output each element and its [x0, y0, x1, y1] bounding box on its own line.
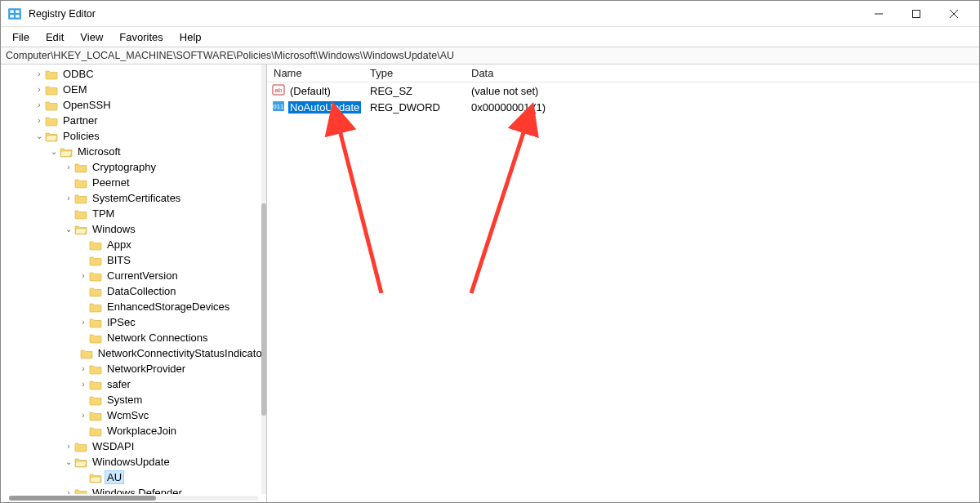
window-frame: Registry Editor File Edit View Favorites… — [0, 0, 980, 503]
tree-item[interactable]: ·DataCollection — [1, 283, 261, 299]
address-bar[interactable]: Computer\HKEY_LOCAL_MACHINE\SOFTWARE\Pol… — [1, 47, 979, 65]
tree-item[interactable]: ›ODBC — [1, 66, 261, 82]
value-row[interactable]: 011NoAutoUpdateREG_DWORD0x00000001 (1) — [267, 99, 979, 115]
twisty-placeholder: · — [63, 209, 74, 218]
tree-item[interactable]: ·AU — [1, 470, 261, 485]
column-header-type[interactable]: Type — [370, 67, 471, 79]
twisty-placeholder: · — [78, 256, 89, 265]
minimize-button[interactable] — [860, 2, 898, 26]
tree-item-label: OEM — [61, 83, 89, 96]
tree-item[interactable]: ›CurrentVersion — [1, 268, 261, 283]
chevron-down-icon[interactable]: ⌄ — [63, 457, 74, 466]
chevron-right-icon[interactable]: › — [33, 116, 45, 125]
tree-item[interactable]: ·System — [1, 392, 261, 407]
chevron-right-icon[interactable]: › — [78, 364, 89, 373]
tree-item[interactable]: ›Partner — [1, 113, 261, 128]
tree-item[interactable]: ›OpenSSH — [1, 97, 261, 113]
tree-item[interactable]: ⌄WindowsUpdate — [1, 454, 261, 470]
tree-item[interactable]: ⌄Policies — [1, 128, 261, 144]
column-header-data[interactable]: Data — [471, 67, 979, 79]
tree-item[interactable]: ›SystemCertificates — [1, 190, 261, 206]
tree-item[interactable]: ⌄Microsoft — [1, 144, 261, 159]
chevron-right-icon[interactable]: › — [63, 442, 74, 451]
value-data: (value not set) — [471, 85, 979, 97]
window-controls — [860, 2, 973, 26]
tree-item[interactable]: ·Appx — [1, 237, 261, 252]
tree-item[interactable]: ›WSDAPI — [1, 438, 261, 454]
menu-file[interactable]: File — [6, 29, 36, 45]
tree-item[interactable]: ·TPM — [1, 206, 261, 221]
tree-item[interactable]: ›Windows Defender — [1, 485, 261, 494]
regedit-app-icon — [7, 7, 22, 21]
chevron-down-icon[interactable]: ⌄ — [48, 147, 60, 156]
column-header-name[interactable]: Name — [267, 67, 370, 79]
tree-item[interactable]: ·Peernet — [1, 175, 261, 190]
chevron-right-icon[interactable]: › — [63, 162, 74, 171]
tree-item-label: TPM — [91, 207, 116, 220]
maximize-button[interactable] — [898, 2, 935, 26]
tree-item[interactable]: ·EnhancedStorageDevices — [1, 299, 261, 314]
tree-item[interactable]: ·Network Connections — [1, 330, 261, 345]
dword-value-icon: 011 — [272, 100, 285, 115]
tree-item[interactable]: ·BITS — [1, 252, 261, 268]
svg-rect-0 — [8, 8, 21, 20]
chevron-down-icon[interactable]: ⌄ — [33, 131, 45, 140]
tree-item-label: Network Connections — [105, 332, 210, 344]
chevron-right-icon[interactable]: › — [78, 411, 89, 420]
twisty-placeholder: · — [78, 395, 89, 404]
chevron-right-icon[interactable]: › — [63, 488, 74, 494]
menu-help[interactable]: Help — [173, 29, 208, 45]
tree-item-label: NetworkConnectivityStatusIndicator — [96, 347, 261, 359]
chevron-right-icon[interactable]: › — [78, 380, 89, 389]
svg-rect-1 — [10, 10, 14, 12]
close-button[interactable] — [935, 2, 973, 26]
tree-item-label: WindowsUpdate — [91, 456, 172, 468]
menu-favorites[interactable]: Favorites — [113, 29, 169, 45]
chevron-right-icon[interactable]: › — [63, 194, 74, 203]
scrollbar-thumb[interactable] — [9, 496, 156, 501]
values-header: Name Type Data — [267, 65, 979, 82]
menu-view[interactable]: View — [74, 29, 109, 45]
chevron-right-icon[interactable]: › — [78, 318, 89, 327]
tree-item-label: Windows Defender — [91, 487, 184, 494]
tree-item[interactable]: ›OEM — [1, 82, 261, 97]
chevron-right-icon[interactable]: › — [33, 85, 45, 94]
tree-item-label: System — [105, 394, 144, 406]
tree-item-label: Appx — [105, 238, 133, 251]
scrollbar-thumb[interactable] — [261, 203, 266, 416]
tree-item-label: Policies — [61, 130, 101, 142]
chevron-right-icon[interactable]: › — [33, 100, 45, 109]
menu-edit[interactable]: Edit — [39, 29, 70, 45]
tree-horizontal-scrollbar[interactable] — [9, 496, 258, 501]
twisty-placeholder: · — [78, 426, 89, 435]
tree-item[interactable]: ›WcmSvc — [1, 407, 261, 423]
value-row[interactable]: ab(Default)REG_SZ(value not set) — [267, 82, 979, 99]
tree-item-label: Peernet — [91, 176, 131, 189]
tree-item-label: WcmSvc — [105, 409, 150, 421]
chevron-right-icon[interactable]: › — [78, 271, 89, 280]
chevron-right-icon[interactable]: › — [33, 69, 45, 78]
tree-item[interactable]: ⌄Windows — [1, 221, 261, 237]
twisty-placeholder: · — [78, 240, 89, 249]
value-data: 0x00000001 (1) — [471, 101, 979, 114]
svg-rect-3 — [10, 15, 14, 17]
tree-item-label: SystemCertificates — [91, 192, 182, 204]
tree-item[interactable]: ›IPSec — [1, 314, 261, 330]
tree-item[interactable]: ›NetworkProvider — [1, 361, 261, 376]
values-list[interactable]: ab(Default)REG_SZ(value not set)011NoAut… — [267, 82, 979, 502]
chevron-down-icon[interactable]: ⌄ — [63, 225, 74, 234]
tree-item[interactable]: ·NetworkConnectivityStatusIndicator — [1, 345, 261, 361]
svg-text:011: 011 — [273, 103, 284, 110]
tree-vertical-scrollbar[interactable] — [261, 65, 266, 494]
value-name: NoAutoUpdate — [288, 101, 361, 114]
value-type: REG_SZ — [370, 85, 471, 97]
registry-tree[interactable]: ›ODBC›OEM›OpenSSH›Partner⌄Policies⌄Micro… — [1, 65, 261, 494]
tree-item[interactable]: ·WorkplaceJoin — [1, 423, 261, 438]
twisty-placeholder: · — [78, 302, 89, 311]
tree-item-label: Cryptography — [91, 161, 158, 173]
tree-item[interactable]: ›safer — [1, 376, 261, 392]
tree-item[interactable]: ›Cryptography — [1, 159, 261, 175]
tree-item-label: NetworkProvider — [105, 363, 187, 375]
tree-item-label: AU — [105, 471, 123, 483]
window-title: Registry Editor — [29, 8, 96, 20]
